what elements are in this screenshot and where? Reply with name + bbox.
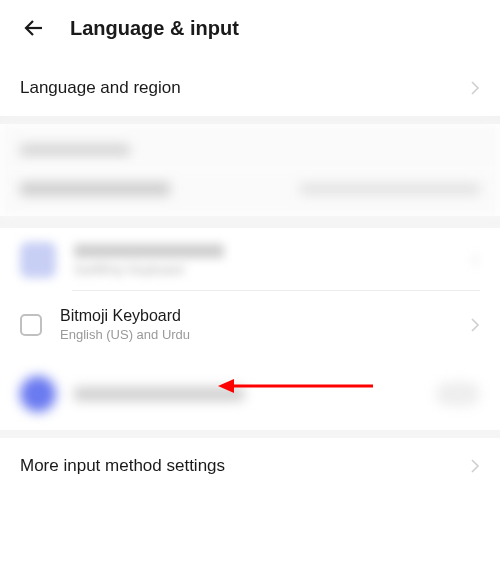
keyboard-list: SwiftKey Keyboard Bitmoji Keyboard Engli… xyxy=(0,228,500,430)
section-separator xyxy=(0,116,500,124)
back-icon[interactable] xyxy=(20,14,48,42)
blurred-default-keyboard-row xyxy=(0,168,500,216)
swiftkey-keyboard-row: SwiftKey Keyboard xyxy=(0,228,500,290)
swiftkey-subtitle: SwiftKey Keyboard xyxy=(74,262,470,277)
chevron-right-icon xyxy=(470,458,480,474)
page-title: Language & input xyxy=(70,17,239,40)
bitmoji-subtitle: English (US) and Urdu xyxy=(60,327,470,342)
chevron-right-icon xyxy=(470,317,480,333)
bitmoji-checkbox[interactable] xyxy=(20,314,42,336)
language-region-label: Language and region xyxy=(20,78,181,98)
bitmoji-texts: Bitmoji Keyboard English (US) and Urdu xyxy=(60,307,470,342)
blurred-keyboard-row xyxy=(0,358,500,430)
more-input-settings-row[interactable]: More input method settings xyxy=(0,438,500,494)
bitmoji-keyboard-row[interactable]: Bitmoji Keyboard English (US) and Urdu xyxy=(0,291,500,358)
section-separator xyxy=(0,430,500,438)
more-input-label: More input method settings xyxy=(20,456,225,476)
blurred-keyboard-icon xyxy=(20,376,56,412)
language-region-row[interactable]: Language and region xyxy=(0,60,500,116)
chevron-right-icon xyxy=(470,80,480,96)
bitmoji-title: Bitmoji Keyboard xyxy=(60,307,470,325)
header-bar: Language & input xyxy=(0,0,500,60)
section-separator xyxy=(0,216,500,228)
blurred-toggle xyxy=(436,382,480,406)
swiftkey-title-blur xyxy=(74,244,224,258)
swiftkey-icon xyxy=(20,242,56,278)
blurred-input-section xyxy=(0,124,500,168)
blurred-keyboard-label xyxy=(74,387,244,401)
chevron-right-icon xyxy=(470,252,480,268)
